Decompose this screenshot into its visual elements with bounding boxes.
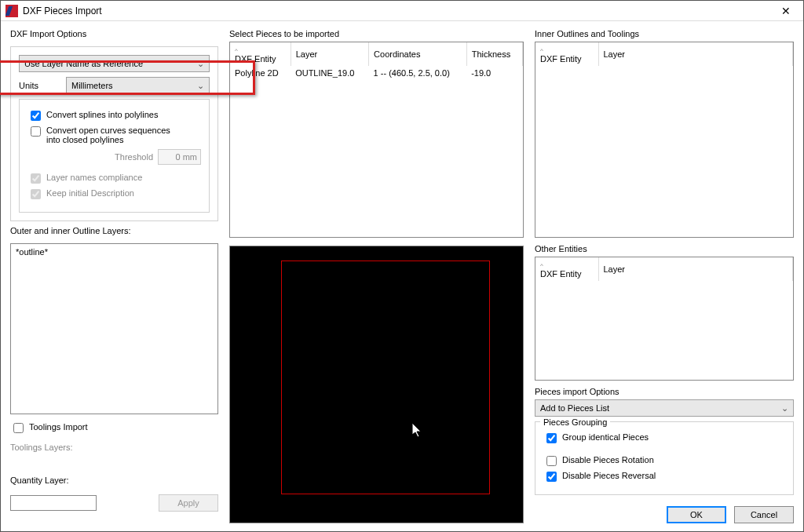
- center-panel: Select Pieces to be imported ^DXF Entity…: [229, 29, 524, 523]
- keep-description-label: Keep initial Description: [46, 188, 134, 198]
- outline-layers-value: *outline*: [16, 247, 48, 257]
- mouse-cursor-icon: [412, 423, 425, 439]
- toolings-import-label: Toolings Import: [29, 422, 88, 432]
- col-entity-r1[interactable]: ^DXF Entity: [535, 42, 598, 66]
- disable-rotation-checkbox[interactable]: [546, 456, 557, 466]
- threshold-input[interactable]: [158, 149, 201, 165]
- disable-rotation-label: Disable Pieces Rotation: [562, 455, 654, 465]
- toolings-layers-label: Toolings Layers:: [10, 443, 218, 452]
- convert-open-label: Convert open curves sequences into close…: [46, 126, 170, 144]
- col-coords[interactable]: Coordinates: [369, 42, 467, 66]
- threshold-label: Threshold: [115, 152, 153, 162]
- units-select[interactable]: Millimeters: [66, 77, 210, 94]
- group-identical-label: Group identical Pieces: [562, 432, 649, 442]
- units-row: Units Millimeters: [19, 77, 210, 94]
- convert-open-row: Convert open curves sequences into close…: [27, 126, 201, 144]
- col-entity-r2[interactable]: ^DXF Entity: [535, 257, 598, 281]
- cancel-button[interactable]: Cancel: [734, 506, 794, 523]
- threshold-row: Threshold: [27, 149, 201, 165]
- window-title: DXF Pieces Import: [23, 5, 769, 16]
- col-layer[interactable]: Layer: [291, 42, 368, 66]
- quantity-layer-input[interactable]: [10, 495, 97, 511]
- disable-reversal-checkbox[interactable]: [546, 472, 557, 482]
- app-icon: [5, 5, 18, 17]
- convert-splines-label: Convert splines into polylines: [46, 110, 158, 119]
- group-identical-row: Group identical Pieces: [543, 432, 785, 446]
- quantity-layer-label: Quantity Layer:: [10, 476, 218, 485]
- keep-description-row: Keep initial Description: [27, 188, 201, 202]
- toolings-import-checkbox[interactable]: [13, 423, 24, 433]
- outline-layers-textarea[interactable]: *outline*: [10, 243, 218, 414]
- import-options-label: DXF Import Options: [10, 29, 218, 38]
- inner-outlines-table: ^DXF Entity Layer: [535, 42, 793, 66]
- apply-button[interactable]: Apply: [159, 494, 218, 512]
- layer-names-checkbox: [31, 173, 41, 184]
- convert-open-line2: into closed polylines: [46, 135, 170, 144]
- footer-buttons: OK Cancel: [535, 506, 794, 523]
- ok-button[interactable]: OK: [667, 506, 726, 523]
- pieces-grouping-label: Pieces Grouping: [540, 417, 610, 427]
- col-entity[interactable]: ^DXF Entity: [230, 42, 291, 66]
- disable-reversal-row: Disable Pieces Reversal: [543, 471, 785, 484]
- preview-canvas[interactable]: [229, 246, 524, 523]
- layer-names-label: Layer names compliance: [46, 173, 142, 182]
- inner-outlines-label: Inner Outlines and Toolings: [535, 29, 794, 38]
- toolings-layers-placeholder: [10, 457, 218, 471]
- convert-splines-checkbox[interactable]: [31, 111, 41, 121]
- cell-coords: 1 -- (460.5, 2.5, 0.0): [369, 66, 467, 80]
- units-label: Units: [19, 81, 58, 90]
- pieces-grouping-fieldset: Pieces Grouping Group identical Pieces D…: [535, 421, 794, 495]
- keep-description-checkbox: [31, 189, 41, 199]
- close-button[interactable]: ✕: [769, 1, 803, 20]
- table-row[interactable]: Polyline 2D OUTLINE_19.0 1 -- (460.5, 2.…: [230, 66, 523, 80]
- outline-preview-rect: [281, 261, 490, 494]
- conversion-group: Convert splines into polylines Convert o…: [19, 99, 210, 213]
- other-entities-label: Other Entities: [535, 244, 794, 253]
- inner-outlines-table-box[interactable]: ^DXF Entity Layer: [535, 42, 794, 238]
- select-pieces-label: Select Pieces to be imported: [229, 29, 524, 38]
- layer-names-row: Layer names compliance: [27, 173, 201, 186]
- other-entities-table-box[interactable]: ^DXF Entity Layer: [535, 257, 794, 381]
- reference-select-value: Use Layer Name as Reference: [24, 59, 143, 68]
- quantity-row: Apply: [10, 494, 218, 512]
- cell-layer: OUTLINE_19.0: [291, 66, 368, 80]
- left-panel: DXF Import Options Use Layer Name as Ref…: [10, 29, 218, 523]
- pieces-table-box[interactable]: ^DXF Entity Layer Coordinates Thickness …: [229, 42, 524, 238]
- group-identical-checkbox[interactable]: [546, 433, 557, 443]
- right-panel: Inner Outlines and Toolings ^DXF Entity …: [535, 29, 794, 523]
- import-action-value: Add to Pieces List: [540, 403, 609, 413]
- toolings-import-row: Toolings Import: [10, 422, 218, 435]
- pieces-table: ^DXF Entity Layer Coordinates Thickness …: [230, 42, 523, 80]
- col-layer-r2[interactable]: Layer: [598, 257, 793, 281]
- outline-layers-label: Outer and inner Outline Layers:: [10, 226, 218, 235]
- convert-open-line1: Convert open curves sequences: [46, 126, 170, 135]
- col-thickness[interactable]: Thickness: [466, 42, 522, 66]
- cell-thickness: -19.0: [466, 66, 522, 80]
- disable-rotation-row: Disable Pieces Rotation: [543, 455, 785, 468]
- import-action-select[interactable]: Add to Pieces List: [535, 399, 794, 417]
- other-entities-table: ^DXF Entity Layer: [535, 257, 793, 281]
- titlebar: DXF Pieces Import ✕: [1, 1, 803, 21]
- pieces-import-options-label: Pieces import Options: [535, 387, 794, 396]
- cell-entity: Polyline 2D: [230, 66, 291, 80]
- dialog-window: DXF Pieces Import ✕ DXF Import Options U…: [0, 0, 804, 532]
- units-value: Millimeters: [71, 81, 113, 90]
- import-options-group: Use Layer Name as Reference Units Millim…: [10, 46, 218, 221]
- convert-open-checkbox[interactable]: [31, 126, 41, 137]
- convert-splines-row: Convert splines into polylines: [27, 110, 201, 123]
- disable-reversal-label: Disable Pieces Reversal: [562, 471, 656, 480]
- col-layer-r1[interactable]: Layer: [598, 42, 793, 66]
- dialog-body: DXF Import Options Use Layer Name as Ref…: [1, 21, 803, 531]
- reference-select[interactable]: Use Layer Name as Reference: [19, 55, 210, 72]
